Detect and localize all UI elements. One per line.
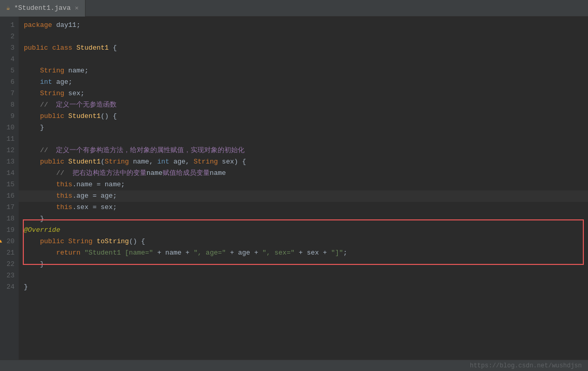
line-num-24: 24 [0, 281, 19, 293]
code-line-18: } [19, 213, 588, 225]
line-num-22: 22 [0, 259, 19, 270]
code-line-16: this.age = age; [19, 190, 588, 202]
code-line-20: public String toString() { [19, 236, 588, 247]
tab-label: *Student1.java [14, 4, 70, 12]
code-line-12: // 定义一个有参构造方法，给对象的属性赋值，实现对象的初始化 [19, 145, 588, 156]
code-line-10: } [19, 122, 588, 133]
line-num-14: 14 [0, 168, 19, 179]
line-num-7: 7 [0, 88, 19, 99]
code-line-7: String sex; [19, 88, 588, 99]
code-line-21: return "Student1 [name=" + name + ", age… [19, 247, 588, 259]
code-line-24: } [19, 281, 588, 293]
line-num-15: 15 [0, 179, 19, 190]
file-tab[interactable]: ☕ *Student1.java ✕ [0, 0, 85, 17]
line-num-11: 11 [0, 133, 19, 145]
line-num-9: 9 [0, 111, 19, 122]
code-line-13: public Student1(String name, int age, St… [19, 156, 588, 168]
code-line-11 [19, 133, 588, 145]
line-num-1: 1 [0, 20, 19, 31]
line-num-3: 3 [0, 42, 19, 54]
line-num-6: 6 [0, 77, 19, 88]
code-line-8: // 定义一个无参造函数 [19, 99, 588, 111]
code-line-2 [19, 31, 588, 42]
footer-url: https://blog.csdn.net/wushdjsn [470, 362, 582, 369]
line-num-19: 19 [0, 225, 19, 236]
line-num-18: 18 [0, 213, 19, 225]
code-line-4 [19, 54, 588, 65]
line-num-2: 2 [0, 31, 19, 42]
line-num-8: 8 [0, 99, 19, 111]
line-num-4: 4 [0, 54, 19, 65]
code-line-3: public class Student1 { [19, 42, 588, 54]
line-num-23: 23 [0, 270, 19, 281]
line-num-16: 16 [0, 190, 19, 202]
line-num-17: 17 [0, 202, 19, 213]
code-line-22: } [19, 259, 588, 270]
code-line-14: // 把右边构造方法中的变量name赋值给成员变量name [19, 168, 588, 179]
line-num-20: 20 [0, 236, 19, 247]
line-num-21: 21 [0, 247, 19, 259]
line-num-10: 10 [0, 122, 19, 133]
editor-body: 1 2 3 4 5 6 7 8 9 10 11 12 13 14 15 16 1… [0, 17, 588, 360]
code-line-6: int age; [19, 77, 588, 88]
editor-window: ☕ *Student1.java ✕ 1 2 3 4 5 6 7 8 9 10 … [0, 0, 588, 371]
code-line-17: this.sex = sex; [19, 202, 588, 213]
line-num-12: 12 [0, 145, 19, 156]
code-line-1: package day11; [19, 20, 588, 31]
code-area[interactable]: package day11; public class Student1 { S… [19, 17, 588, 360]
line-num-5: 5 [0, 65, 19, 77]
code-line-19: @Override [19, 225, 588, 236]
code-line-5: String name; [19, 65, 588, 77]
line-numbers: 1 2 3 4 5 6 7 8 9 10 11 12 13 14 15 16 1… [0, 17, 19, 360]
code-line-9: public Student1() { [19, 111, 588, 122]
code-line-15: this.name = name; [19, 179, 588, 190]
line-num-13: 13 [0, 156, 19, 168]
file-icon: ☕ [6, 4, 10, 12]
footer-bar: https://blog.csdn.net/wushdjsn [0, 360, 588, 371]
code-line-23 [19, 270, 588, 281]
tab-bar: ☕ *Student1.java ✕ [0, 0, 588, 17]
close-icon[interactable]: ✕ [75, 4, 78, 12]
